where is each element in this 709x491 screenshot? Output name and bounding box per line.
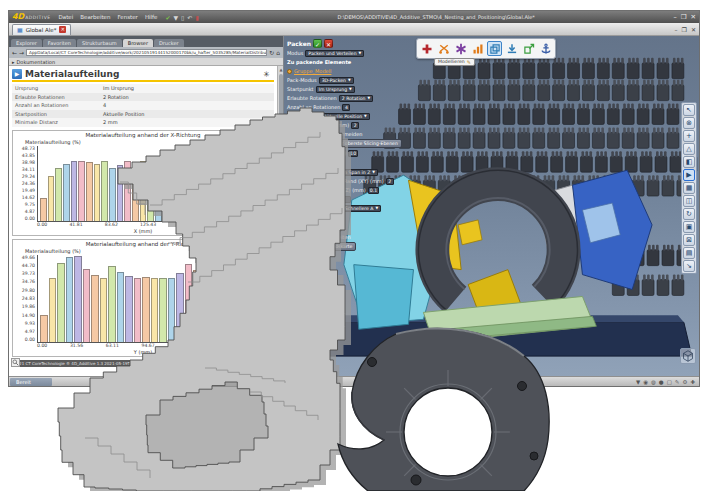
deselect-icon[interactable]: ⊗ [683, 117, 695, 129]
input-Maximale Höhe (mm)[interactable] [343, 196, 351, 203]
param-value: Aktuelle Position [100, 110, 274, 119]
address-input[interactable]: AppData/Local/CT CoreTechnologie/additiv… [26, 49, 267, 56]
x-tick: 157.78 [216, 343, 232, 349]
dropdown-Erlaubte Rotationen[interactable]: 2 Rotation▼ [339, 95, 373, 102]
render-mode-icon[interactable]: ◍ [651, 379, 656, 385]
x-tick: 250.87 [255, 222, 271, 228]
home-icon[interactable]: ⌂ [276, 49, 280, 56]
tab-explorer[interactable]: Explorer [11, 39, 42, 47]
doc-close-icon[interactable]: ✕ [691, 26, 696, 33]
bar [178, 183, 185, 221]
dropdown-Startposition[interactable]: Aktuelle Position▼ [321, 113, 370, 120]
y-tick: 39.73 [15, 271, 35, 276]
menu-datei[interactable]: Datei [59, 14, 74, 20]
clipboard-icon[interactable]: ▢ [667, 379, 672, 385]
dropdown-Pack-Modus[interactable]: 3D-Packen▼ [319, 77, 354, 84]
view-toolbar: ↖⊗+△◧▶▦◫↻▣⊠▤↘ [681, 102, 697, 274]
fit-view-icon[interactable]: ▣ [683, 221, 695, 233]
cancel-icon[interactable]: ✕ [324, 39, 333, 48]
close-view-icon[interactable]: ⊠ [683, 234, 695, 246]
rotate-view-icon[interactable]: ↻ [683, 208, 695, 220]
packen-row: ⚠Anpassung bearbeiten [287, 233, 409, 241]
settings-icon[interactable]: ⚙ [682, 379, 687, 385]
tab-browser[interactable]: Browser [123, 39, 153, 47]
cut-tool-icon[interactable] [436, 41, 451, 56]
select-arrow-icon[interactable]: ↖ [683, 104, 695, 116]
zoom-icon[interactable] [11, 358, 20, 367]
edit-icon[interactable]: ✎ [675, 379, 680, 385]
packen-row: Erweiterte Parameter [287, 158, 409, 167]
bar [132, 164, 139, 220]
minimize-icon[interactable]: – [673, 13, 676, 21]
tab-drucker[interactable]: Drucker [154, 39, 184, 47]
camera-icon[interactable]: ▼ [173, 14, 178, 21]
group-link[interactable]: Gruppe_Modell [294, 68, 331, 74]
active-view-icon[interactable]: ▶ [683, 169, 695, 181]
input-Anzahl an Rotationen[interactable]: 4 [342, 104, 350, 111]
bar [224, 176, 231, 221]
scrollbar-thumb[interactable] [279, 74, 283, 120]
grid-view-icon[interactable]: ▦ [683, 182, 695, 194]
tab-favoriten[interactable]: Favoriten [43, 39, 76, 47]
documentation-row[interactable]: ▸ Dokumentation [9, 58, 283, 66]
repair-tool-icon[interactable] [419, 41, 434, 56]
doc-minimize-icon[interactable]: – [675, 26, 678, 33]
anchor-tool-icon[interactable] [538, 41, 553, 56]
shading-icon[interactable]: ● [659, 379, 664, 385]
input-Minimaler Abstand (mm)[interactable]: 2 [351, 122, 359, 129]
panel-scrollbar[interactable]: ▲ ▼ [277, 66, 283, 376]
menu-bearbeiten[interactable]: Bearbeiten [80, 14, 110, 20]
measure-icon[interactable]: △ [683, 143, 695, 155]
bar [74, 256, 82, 341]
table-row: UrsprungIm Ursprung [12, 84, 274, 93]
tab-strukturbaum[interactable]: Strukturbaum [77, 39, 122, 47]
restore-icon[interactable]: ❐ [681, 13, 687, 21]
export-tool-icon[interactable] [521, 41, 536, 56]
analysis-tool-icon[interactable] [470, 41, 485, 56]
button-Positionsparameter für oberste Slicing-Ebenen[interactable]: Positionsparameter für oberste Slicing-E… [287, 139, 402, 148]
filter-icon[interactable]: ▼ [636, 379, 640, 385]
dropdown-Voxelgröße (%)[interactable]: 2.5% (Schnellere A▼ [327, 205, 381, 212]
snapshot-icon[interactable]: ▤ [683, 247, 695, 259]
dropdown-Startpunkt[interactable]: Im Ursprung▼ [316, 86, 355, 93]
view-cube[interactable] [680, 348, 696, 364]
chart-x-distribution: Materialaufteilung anhand der X-Richtung… [12, 130, 274, 236]
input-Abstand zur Plattform (Z) (mm)[interactable]: 0.1 [368, 187, 379, 194]
y-tick: 34.76 [15, 279, 35, 284]
close-icon[interactable]: ✕ [691, 13, 696, 21]
pan-icon[interactable]: ↘ [683, 260, 695, 272]
input-Abstand zum äußeren Rand (XY) (mm)[interactable]: 2 [386, 178, 394, 185]
input-Skalierung erlaubte (%)[interactable]: 10 [348, 150, 358, 157]
import-tool-icon[interactable] [504, 41, 519, 56]
layout-icon[interactable]: ▯ [181, 14, 184, 21]
menu-hilfe[interactable]: Hilfe [145, 14, 158, 20]
button-Thermische Abstandskarte[interactable]: Thermische Abstandskarte [287, 242, 356, 251]
doc-restore-icon[interactable]: ❐ [682, 26, 687, 33]
apply-icon[interactable]: ✓ [313, 39, 322, 48]
menu-fenster[interactable]: Fenster [117, 14, 137, 20]
origin-icon[interactable]: ✚ [690, 379, 695, 385]
dropdown-Packstrategie[interactable]: Plattform Span in Z▼ [323, 169, 378, 176]
support-tool-icon[interactable] [453, 41, 468, 56]
move-icon[interactable]: + [683, 130, 695, 142]
split-view-icon[interactable]: ◫ [683, 195, 695, 207]
viewport-3d[interactable]: Packen ✓ ✕ ModusPacken und Verteilen▼Zu … [284, 36, 699, 376]
document-close-icon[interactable]: ✕ [59, 26, 66, 33]
checkbox[interactable] [287, 132, 292, 137]
back-icon[interactable]: ← [12, 49, 17, 56]
document-tab[interactable]: ▦ Global Ale* ✕ [12, 24, 71, 35]
button-Pack-Zone definieren[interactable]: Pack-Zone definieren [287, 213, 344, 222]
bar [40, 315, 48, 341]
button-Erweiterte Parameter[interactable]: Erweiterte Parameter [287, 158, 344, 167]
refresh-icon[interactable]: ↻ [269, 49, 274, 56]
section-icon[interactable]: ◧ [683, 156, 695, 168]
dropdown-Modus[interactable]: Packen und Verteilen▼ [305, 50, 364, 57]
nesting-tool-icon[interactable] [487, 41, 502, 56]
bar [209, 183, 216, 221]
visibility-icon[interactable]: ◉ [643, 379, 648, 385]
check-doc-icon[interactable]: ✔ [165, 14, 170, 21]
button-Parameter anpassen[interactable]: Parameter anpassen [287, 223, 342, 232]
forward-icon[interactable]: → [19, 49, 24, 56]
expander-icon[interactable]: ▸ [12, 59, 15, 65]
undo-icon[interactable]: ↶ [187, 14, 192, 21]
